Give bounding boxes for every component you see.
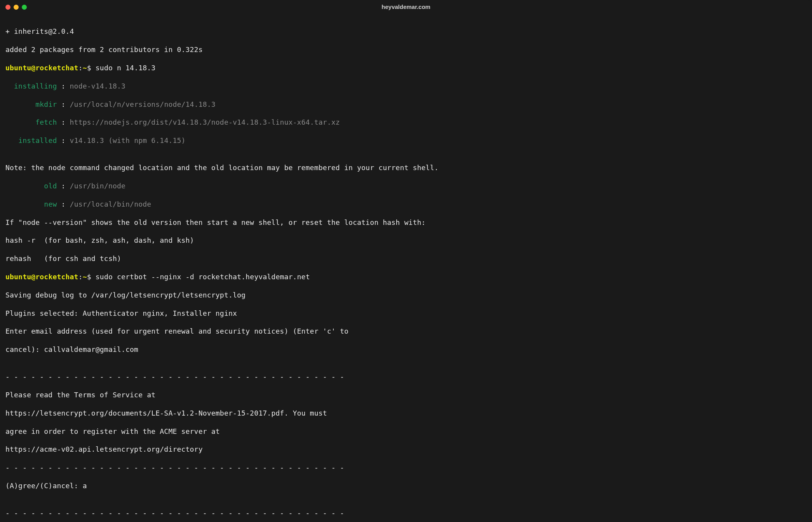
install-value: https://nodejs.org/dist/v14.18.3/node-v1… [70, 118, 340, 126]
old-label: old [5, 182, 57, 190]
output-line: Plugins selected: Authenticator nginx, I… [5, 309, 807, 318]
output-line: installed : v14.18.3 (with npm 6.14.15) [5, 136, 807, 145]
install-label: mkdir [5, 100, 57, 108]
command-text: sudo certbot --nginx -d rocketchat.heyva… [96, 273, 310, 281]
install-sep: : [57, 82, 70, 90]
window-titlebar[interactable]: heyvaldemar.com [0, 0, 812, 14]
output-line: rehash (for csh and tcsh) [5, 254, 807, 263]
prompt-line: ubuntu@rocketchat:~$ sudo n 14.18.3 [5, 63, 807, 72]
output-line: fetch : https://nodejs.org/dist/v14.18.3… [5, 118, 807, 127]
prompt-at: @ [31, 273, 35, 281]
install-value: v14.18.3 (with npm 6.14.15) [70, 136, 186, 144]
install-sep: : [57, 118, 70, 126]
command-text: sudo n 14.18.3 [96, 64, 156, 72]
output-line: https://letsencrypt.org/documents/LE-SA-… [5, 409, 807, 418]
install-label: installing [5, 82, 57, 90]
output-line: hash -r (for bash, zsh, ash, dash, and k… [5, 236, 807, 245]
old-sep: : [57, 182, 70, 190]
close-icon[interactable] [5, 5, 10, 10]
divider-line: - - - - - - - - - - - - - - - - - - - - … [5, 372, 807, 381]
install-value: /usr/local/n/versions/node/14.18.3 [70, 100, 216, 108]
install-sep: : [57, 136, 70, 144]
prompt-dollar: $ [87, 64, 96, 72]
prompt-path: ~ [83, 273, 87, 281]
output-line: Note: the node command changed location … [5, 163, 807, 172]
terminal-output[interactable]: + inherits@2.0.4 added 2 packages from 2… [0, 14, 812, 522]
minimize-icon[interactable] [14, 5, 19, 10]
prompt-host: rocketchat [35, 64, 78, 72]
prompt-line: ubuntu@rocketchat:~$ sudo certbot --ngin… [5, 272, 807, 281]
prompt-at: @ [31, 64, 35, 72]
new-label: new [5, 200, 57, 208]
prompt-colon: : [78, 64, 83, 72]
prompt-path: ~ [83, 64, 87, 72]
output-line: cancel): callvaldemar@gmail.com [5, 345, 807, 354]
terminal-window: heyvaldemar.com + inherits@2.0.4 added 2… [0, 0, 812, 522]
output-line: old : /usr/bin/node [5, 181, 807, 190]
maximize-icon[interactable] [22, 5, 27, 10]
output-line: agree in order to register with the ACME… [5, 427, 807, 436]
install-label: fetch [5, 118, 57, 126]
prompt-dollar: $ [87, 273, 96, 281]
traffic-lights [5, 5, 27, 10]
install-sep: : [57, 100, 70, 108]
prompt-user: ubuntu [5, 273, 31, 281]
install-label: installed [5, 136, 57, 144]
prompt-colon: : [78, 273, 83, 281]
output-line: If "node --version" shows the old versio… [5, 218, 807, 227]
prompt-agree: (A)gree/(C)ancel: a [5, 481, 807, 490]
window-title: heyvaldemar.com [382, 3, 430, 11]
output-line: Enter email address (used for urgent ren… [5, 327, 807, 336]
new-value: /usr/local/bin/node [70, 200, 152, 208]
output-line: installing : node-v14.18.3 [5, 82, 807, 90]
install-value: node-v14.18.3 [70, 82, 125, 90]
output-line: Please read the Terms of Service at [5, 390, 807, 399]
output-line: https://acme-v02.api.letsencrypt.org/dir… [5, 445, 807, 454]
new-sep: : [57, 200, 70, 208]
output-line: added 2 packages from 2 contributors in … [5, 45, 807, 54]
output-line: new : /usr/local/bin/node [5, 200, 807, 209]
divider-line: - - - - - - - - - - - - - - - - - - - - … [5, 508, 807, 517]
divider-line: - - - - - - - - - - - - - - - - - - - - … [5, 463, 807, 472]
old-value: /usr/bin/node [70, 182, 125, 190]
output-line: Saving debug log to /var/log/letsencrypt… [5, 291, 807, 299]
prompt-host: rocketchat [35, 273, 78, 281]
output-line: mkdir : /usr/local/n/versions/node/14.18… [5, 100, 807, 109]
prompt-user: ubuntu [5, 64, 31, 72]
output-line: + inherits@2.0.4 [5, 27, 807, 36]
